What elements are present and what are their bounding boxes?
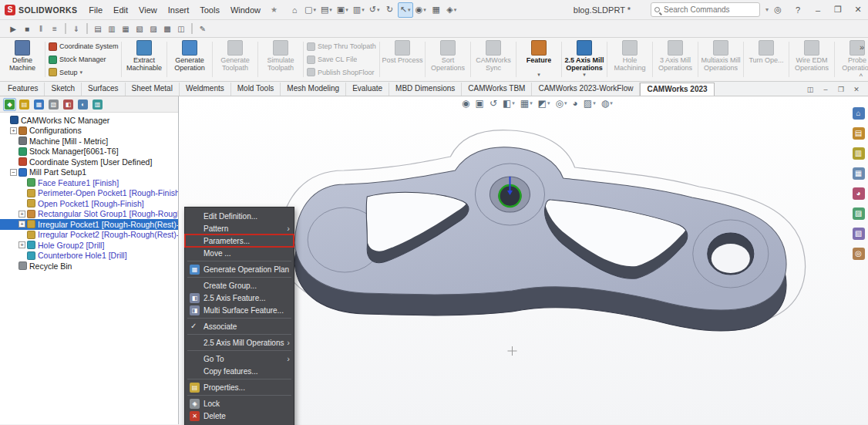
context-menu-item[interactable]: ✓ Create Group... › (185, 279, 294, 292)
hud-button[interactable]: ↺ ▾ (488, 97, 499, 110)
context-menu-item[interactable]: ✓ ✕ Delete › (185, 410, 294, 422)
task-pane-button[interactable]: ▦ (851, 166, 866, 180)
quick-access-button[interactable]: ↺ ▾ (367, 2, 382, 18)
context-menu-item[interactable]: ✓ ◨ Multi Surface Feature... › (185, 304, 294, 316)
sort-operations-button[interactable]: Sort Operations (427, 39, 469, 80)
tree-item[interactable]: CAMWorks NC Manager (0, 115, 178, 126)
search-box[interactable]: ▾ (651, 2, 760, 17)
panel-tab-button[interactable]: ▥ (91, 98, 104, 111)
generate-operation-plan-button[interactable]: Generate Operation Plan (169, 39, 210, 80)
command-tab[interactable]: Surfaces (82, 83, 125, 96)
save-cl-file-button[interactable]: Save CL File (305, 54, 378, 66)
task-pane-button[interactable]: ▨ (851, 206, 866, 221)
document-window-button[interactable]: ◫ (803, 83, 817, 96)
wire-edm-operations-button[interactable]: Wire EDM Operations (791, 39, 833, 80)
menu-item[interactable]: Insert (163, 2, 195, 18)
context-menu-item[interactable]: ✓ Pattern › (185, 222, 294, 234)
command-tab[interactable]: CAMWorks 2023-WorkFlow (532, 83, 640, 96)
context-menu-item[interactable]: ✓ 2.5 Axis Mill Operations › (185, 336, 294, 349)
menu-item[interactable]: Edit (108, 2, 133, 18)
menu-item[interactable]: Tools (194, 2, 225, 18)
expand-toggle-icon[interactable]: − (10, 169, 17, 176)
context-menu-item[interactable]: ✓ Move ... › (185, 247, 294, 259)
tree-item[interactable]: Perimeter-Open Pocket1 [Rough-Finish] (0, 188, 178, 199)
cam-toolbar-button[interactable]: ◫ (174, 22, 188, 35)
command-tab[interactable]: CAMWorks TBM (462, 83, 532, 96)
stock-manager-button[interactable]: Stock Manager (47, 54, 119, 66)
cam-toolbar-button[interactable]: ▧ (133, 22, 146, 35)
pin-icon[interactable]: ★ (266, 5, 282, 14)
quick-access-button[interactable]: ▥ ▾ (351, 2, 367, 18)
quick-access-button[interactable]: ▦ ▾ (429, 2, 444, 18)
cam-toolbar-button[interactable]: ▤ (91, 22, 105, 35)
command-tab[interactable]: Mesh Modeling (281, 83, 346, 96)
document-window-button[interactable]: ✕ (849, 83, 863, 96)
cam-toolbar-button[interactable]: ▩ (160, 22, 174, 35)
cam-toolbar-button[interactable]: ≡ (48, 22, 62, 35)
context-menu-item[interactable]: ✓ Rename › (185, 422, 294, 425)
command-tab[interactable]: Features (2, 83, 45, 96)
hud-button[interactable]: ◍ ▾ (600, 97, 614, 110)
task-pane-button[interactable]: ◕ (851, 186, 866, 201)
command-tab[interactable]: Weldments (180, 83, 231, 96)
context-menu-item[interactable]: ✓ ▦ Generate Operation Plan › (185, 263, 294, 275)
quick-access-button[interactable]: ◈ ▾ (444, 2, 459, 18)
cam-toolbar-button[interactable]: ⇓ (69, 22, 83, 35)
panel-tab-button[interactable]: ▧ (47, 98, 60, 111)
command-tab[interactable]: Evaluate (346, 83, 389, 96)
setup-button[interactable]: Setup▾ (47, 66, 119, 78)
cam-toolbar-button[interactable]: ▨ (146, 22, 160, 35)
define-machine-button[interactable]: Define Machine (2, 39, 43, 80)
camworks-sync-manager-button[interactable]: CAMWorks Sync Manager (473, 39, 514, 80)
command-tab[interactable]: MBD Dimensions (389, 83, 462, 96)
quick-access-button[interactable]: ↖ ▾ (398, 2, 413, 18)
menu-item[interactable]: File (83, 2, 108, 18)
cam-toolbar-button[interactable]: ‖ (34, 22, 48, 35)
generate-toolpath-button[interactable]: Generate Toolpath (214, 39, 256, 80)
context-menu-item[interactable]: ✓ ▤ Properties... › (185, 381, 294, 393)
task-pane-button[interactable]: ▧ (851, 226, 866, 241)
context-menu-item[interactable]: ✓ Copy features... › (185, 365, 294, 377)
task-pane-button[interactable]: ⌂ (851, 106, 866, 120)
menu-item[interactable]: Window (225, 2, 266, 18)
panel-tab-button[interactable]: ◐ (76, 98, 89, 111)
cam-toolbar-button[interactable]: ▦ (119, 22, 133, 35)
cam-toolbar-button[interactable] (65, 23, 66, 34)
panel-tab-button[interactable]: ◧ (62, 98, 75, 111)
quick-access-button[interactable]: ▢ ▾ (302, 2, 318, 18)
context-menu-item[interactable]: ✓ Edit Definition... › (185, 210, 294, 222)
context-menu-item[interactable]: ✓ Associate › (185, 320, 294, 332)
window-control-button[interactable]: ◎ (768, 0, 788, 19)
expand-toggle-icon[interactable]: + (19, 241, 25, 248)
multiaxis-mill-operations-button[interactable]: Multiaxis Mill Operations (700, 39, 742, 80)
panel-tab-button[interactable]: ▤ (18, 98, 31, 111)
cam-toolbar-button[interactable]: ▶ (6, 22, 20, 35)
hud-button[interactable]: ▦ ▾ (519, 97, 534, 110)
cam-toolbar-button[interactable] (191, 23, 193, 34)
menu-item[interactable]: View (133, 2, 163, 18)
search-input[interactable] (664, 5, 765, 14)
turn-operations-button[interactable]: Turn Ope... (745, 39, 787, 80)
window-control-button[interactable]: ? (788, 0, 808, 19)
post-process-button[interactable]: Post Process (382, 39, 423, 80)
tree-item[interactable]: Recycle Bin (0, 261, 178, 272)
window-control-button[interactable]: – (808, 0, 828, 19)
window-control-button[interactable]: ❐ (828, 0, 848, 19)
tree-item[interactable]: Coordinate System [User Defined] (0, 157, 178, 167)
hud-button[interactable]: ◧ ▾ (501, 97, 516, 110)
tree-item[interactable]: Counterbore Hole1 [Drill] (0, 251, 178, 261)
document-window-button[interactable]: – (819, 83, 833, 96)
cam-toolbar-button[interactable]: ■ (20, 22, 34, 35)
command-tab[interactable]: Sketch (45, 83, 82, 96)
coordinate-system-button[interactable]: Coordinate System (47, 41, 119, 52)
cam-toolbar-button[interactable]: ✎ (196, 22, 210, 35)
command-tab[interactable]: Mold Tools (231, 83, 281, 96)
command-tab[interactable]: Sheet Metal (126, 83, 180, 96)
panel-tab-button[interactable]: ◆ (3, 98, 16, 111)
axis-mill-operations-button[interactable]: 2.5 Axis Mill Operations▾ (564, 39, 605, 80)
task-pane-button[interactable]: ◎ (851, 246, 866, 261)
task-pane-button[interactable]: ▥ (851, 146, 866, 160)
document-window-button[interactable]: ❐ (834, 83, 848, 96)
hud-button[interactable]: ◉ ▾ (460, 97, 471, 110)
step-thru-toolpath-button[interactable]: Step Thru Toolpath (305, 41, 378, 52)
